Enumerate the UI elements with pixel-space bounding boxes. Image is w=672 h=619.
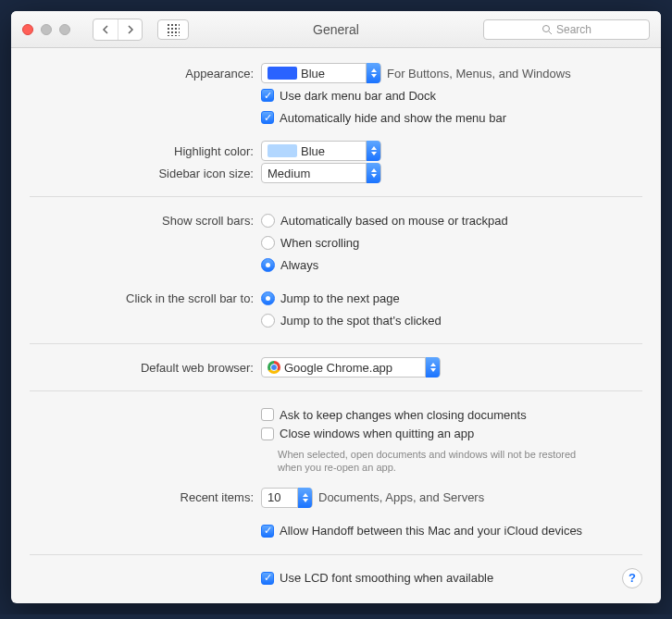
appearance-label: Appearance: bbox=[30, 67, 261, 80]
sidebar-size-select[interactable]: Medium bbox=[261, 163, 381, 183]
close-windows-label: Close windows when quitting an app bbox=[280, 427, 474, 440]
svg-line-1 bbox=[549, 31, 552, 34]
chevron-left-icon bbox=[102, 25, 109, 34]
traffic-lights bbox=[22, 24, 70, 35]
appearance-select[interactable]: Blue bbox=[261, 63, 381, 83]
appearance-hint: For Buttons, Menus, and Windows bbox=[387, 67, 571, 80]
dark-menu-checkbox[interactable] bbox=[261, 89, 274, 102]
divider bbox=[30, 343, 642, 344]
back-button[interactable] bbox=[93, 19, 118, 40]
scrollbars-scroll-label: When scrolling bbox=[280, 236, 359, 250]
svg-point-0 bbox=[542, 25, 549, 31]
handoff-label: Allow Handoff between this Mac and your … bbox=[280, 524, 582, 538]
scrollbars-always-radio[interactable] bbox=[261, 258, 275, 272]
show-all-button[interactable] bbox=[157, 19, 189, 40]
scrollbars-auto-label: Automatically based on mouse or trackpad bbox=[280, 214, 508, 228]
divider bbox=[30, 390, 642, 391]
ask-changes-checkbox[interactable] bbox=[261, 408, 274, 421]
scrollbars-auto-radio[interactable] bbox=[261, 214, 275, 228]
browser-label: Default web browser: bbox=[30, 361, 261, 375]
divider bbox=[30, 554, 642, 555]
ask-changes-label: Ask to keep changes when closing documen… bbox=[280, 408, 527, 422]
close-icon[interactable] bbox=[22, 24, 33, 35]
close-windows-hint: When selected, open documents and window… bbox=[278, 448, 592, 475]
minimize-icon[interactable] bbox=[41, 24, 52, 35]
recent-hint: Documents, Apps, and Servers bbox=[318, 490, 484, 504]
sidebar-size-value: Medium bbox=[268, 167, 310, 180]
scrollbars-always-label: Always bbox=[280, 258, 318, 272]
click-jump-next-radio[interactable] bbox=[261, 291, 275, 305]
content: Appearance: Blue For Buttons, Menus, and… bbox=[11, 48, 661, 603]
close-windows-checkbox[interactable] bbox=[261, 427, 274, 440]
nav-buttons bbox=[93, 19, 143, 41]
stepper-icon bbox=[297, 488, 312, 508]
divider bbox=[30, 196, 642, 197]
search-icon bbox=[541, 24, 553, 35]
appearance-value: Blue bbox=[301, 67, 325, 80]
browser-value: Google Chrome.app bbox=[284, 361, 392, 375]
recent-value: 10 bbox=[268, 490, 280, 504]
stepper-icon bbox=[366, 163, 380, 183]
search-placeholder: Search bbox=[556, 23, 591, 36]
click-scroll-label: Click in the scroll bar to: bbox=[30, 291, 261, 305]
recent-select[interactable]: 10 bbox=[261, 488, 313, 508]
auto-hide-menu-label: Automatically hide and show the menu bar bbox=[280, 111, 506, 125]
highlight-value: Blue bbox=[301, 144, 325, 158]
stepper-icon bbox=[425, 357, 440, 378]
maximize-icon[interactable] bbox=[59, 24, 70, 35]
chrome-icon bbox=[268, 361, 280, 374]
highlight-label: Highlight color: bbox=[30, 144, 261, 158]
color-swatch-icon bbox=[268, 67, 297, 80]
sidebar-size-label: Sidebar icon size: bbox=[30, 167, 261, 180]
scrollbars-label: Show scroll bars: bbox=[30, 214, 261, 228]
help-button[interactable]: ? bbox=[622, 568, 642, 588]
scrollbars-scroll-radio[interactable] bbox=[261, 236, 275, 250]
dark-menu-label: Use dark menu bar and Dock bbox=[280, 89, 436, 103]
click-jump-spot-label: Jump to the spot that's clicked bbox=[280, 314, 442, 328]
preferences-window: General Search Appearance: Blue For Butt… bbox=[11, 11, 661, 603]
lcd-smoothing-label: Use LCD font smoothing when available bbox=[280, 571, 493, 585]
click-jump-next-label: Jump to the next page bbox=[280, 291, 400, 305]
handoff-checkbox[interactable] bbox=[261, 525, 274, 538]
auto-hide-menu-checkbox[interactable] bbox=[261, 111, 274, 124]
lcd-smoothing-checkbox[interactable] bbox=[261, 572, 274, 585]
color-swatch-icon bbox=[268, 144, 297, 157]
search-input[interactable]: Search bbox=[483, 19, 650, 40]
highlight-select[interactable]: Blue bbox=[261, 141, 381, 161]
stepper-icon bbox=[366, 141, 380, 161]
browser-select[interactable]: Google Chrome.app bbox=[261, 357, 441, 378]
stepper-icon bbox=[366, 63, 380, 83]
recent-label: Recent items: bbox=[30, 490, 261, 504]
forward-button[interactable] bbox=[118, 19, 142, 40]
chevron-right-icon bbox=[127, 25, 134, 34]
titlebar: General Search bbox=[11, 11, 661, 48]
click-jump-spot-radio[interactable] bbox=[261, 314, 275, 328]
grid-icon bbox=[167, 23, 180, 36]
